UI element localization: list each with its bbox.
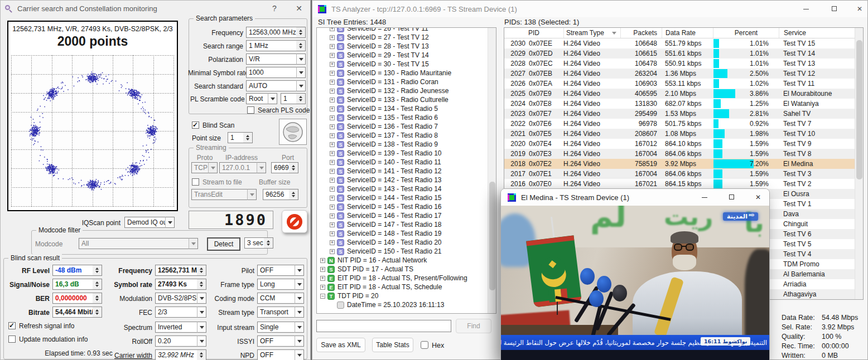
tree-item[interactable]: +SServiceID = 145 - Test Radio 16 (317, 202, 488, 211)
pid-table-header[interactable]: PID Stream Type Packets Data Rate Percen… (504, 28, 855, 38)
result-frequency-spinner[interactable] (197, 265, 206, 276)
ip-dropdown-icon[interactable] (257, 162, 266, 173)
symbol-rate-input[interactable]: 27493 Ks (155, 279, 197, 290)
npd-dropdown-icon[interactable] (295, 349, 304, 360)
buffer-size-input[interactable]: 96256 (263, 189, 290, 200)
tree-item[interactable]: +SServiceID = 150 - Test Radio 21 (317, 247, 488, 256)
maximize-button[interactable] (826, 4, 842, 14)
frequency-input[interactable]: 12563,000 MHz (246, 27, 297, 38)
point-size-spinner[interactable] (243, 132, 253, 143)
detect-interval-spinner[interactable] (264, 237, 273, 249)
table-stats-button[interactable]: Table Stats (372, 338, 413, 352)
tree-scrollbar-thumb[interactable] (489, 182, 495, 290)
tree-item[interactable]: +SServiceID = 133 - Radio Culturelle (317, 95, 488, 104)
expand-icon[interactable]: + (320, 258, 325, 263)
port-input[interactable]: 6969 (271, 162, 290, 173)
collapse-icon[interactable]: − (320, 294, 325, 299)
search-pls-checkbox[interactable] (247, 106, 254, 114)
tree-item[interactable]: +SServiceID = 148 - Test Radio 19 (317, 229, 488, 238)
expand-icon[interactable]: + (330, 160, 335, 165)
tree-item[interactable]: DateTime = 25.10.2023 16:11:13 (317, 300, 488, 309)
tree-item[interactable]: +SServiceID = 147 - Test Radio 18 (317, 220, 488, 229)
expand-icon[interactable]: + (330, 62, 335, 67)
fec-select[interactable]: 2/3 (155, 307, 197, 318)
expand-icon[interactable]: + (330, 71, 335, 76)
search-range-input[interactable]: 1 MHz (246, 40, 297, 51)
expand-icon[interactable]: + (330, 249, 335, 254)
tree-item[interactable]: +SServiceID = 138 - Test Radio 9 (317, 140, 488, 149)
table-row[interactable]: 20270x07EBH.264 Video2632041.36 Mbps2.50… (504, 69, 855, 79)
tree-item[interactable]: +SServiceID = 137 - Test Radio 8 (317, 131, 488, 140)
table-row[interactable]: 20260x07EAH.264 Video106903553.11 kbps1.… (504, 79, 855, 89)
find-input[interactable] (316, 320, 451, 332)
expand-icon[interactable]: + (330, 196, 335, 201)
table-row[interactable]: 20290x07EDH.264 Video106615551.61 kbps1.… (504, 48, 855, 59)
modulation-dropdown-icon[interactable] (197, 293, 206, 304)
column-pid[interactable]: PID (504, 28, 563, 38)
ber-spinner[interactable] (93, 293, 102, 304)
modcode-select[interactable]: All (79, 238, 189, 249)
column-packets[interactable]: Packets (620, 28, 662, 38)
table-row[interactable]: 20170x07E1H.264 Video167004864.06 kbps1.… (504, 169, 855, 179)
expand-icon[interactable]: + (330, 133, 335, 138)
expand-icon[interactable]: + (330, 240, 335, 245)
stream-to-file-checkbox[interactable] (192, 178, 199, 186)
expand-icon[interactable]: + (330, 53, 335, 58)
rolloff-dropdown-icon[interactable] (197, 335, 206, 347)
pl-scramble-value-input[interactable]: 1 (281, 93, 297, 104)
result-frequency-input[interactable]: 12562,731 MHz (155, 265, 197, 276)
tree-item[interactable]: +SServiceID = 149 - Test Radio 20 (317, 238, 488, 247)
expand-icon[interactable]: + (330, 205, 335, 210)
input-stream-select[interactable]: Single (257, 322, 295, 333)
port-spinner[interactable] (289, 162, 298, 173)
table-scrollbar[interactable] (855, 28, 863, 299)
tree-item[interactable]: +SServiceID = 29 - Test TV 14 (317, 51, 488, 60)
find-button[interactable]: Find (456, 319, 491, 333)
table-row[interactable]: 20160x07E0H.264 Video167021864.15 kbps1.… (504, 179, 855, 189)
coding-mode-select[interactable]: CCM (257, 293, 295, 304)
input-stream-dropdown-icon[interactable] (295, 322, 304, 333)
detect-interval-input[interactable]: 3 sec (244, 237, 264, 249)
proto-dropdown-icon[interactable] (208, 162, 218, 173)
update-modulation-checkbox[interactable] (8, 335, 16, 343)
fec-dropdown-icon[interactable] (197, 307, 206, 318)
video-minimize-button[interactable] (696, 192, 713, 202)
table-row[interactable]: 20240x07E8H.264 Video131830682.07 kbps1.… (504, 99, 855, 109)
table-row[interactable]: 20300x07EEH.264 Video106648551.79 kbps1.… (504, 38, 855, 48)
refresh-signal-checkbox[interactable] (8, 322, 16, 329)
ts-analyzer-titlebar[interactable]: TS Analyzer - tcp://127.0.0.1:6969 - TS … (312, 1, 867, 17)
carrier-window-titlebar[interactable]: Carrier search and Constellation monitor… (1, 1, 310, 16)
table-row[interactable]: 20220x07E6H.264 Video96978501.75 kbps0.9… (504, 119, 855, 129)
table-row[interactable]: 20190x07E3H.264 Video167004864.06 kbps1.… (504, 149, 855, 159)
column-service[interactable]: Service (779, 28, 855, 38)
tree-item[interactable]: −TTDT PID = 20 (317, 291, 488, 300)
table-row[interactable]: 20200x07E4H.264 Video167012864.10 kbps1.… (504, 139, 855, 149)
proto-select[interactable]: TCP (191, 162, 209, 173)
table-scrollbar-thumb[interactable] (856, 40, 862, 179)
tree-item[interactable]: +NNIT PID = 16 - Actual Network (317, 256, 488, 265)
expand-icon[interactable]: + (330, 98, 335, 103)
window-close-button[interactable]: ✕ (851, 4, 868, 14)
tree-item[interactable]: +SServiceID = 130 - Radio Mauritanie (317, 69, 488, 77)
video-close-button[interactable]: ✕ (750, 192, 766, 202)
signal-noise-input[interactable]: 16,3 dB (52, 279, 93, 290)
stream-type-select[interactable]: Transport (257, 307, 295, 318)
buffer-size-spinner[interactable] (289, 189, 298, 200)
expand-icon[interactable]: + (330, 28, 335, 31)
tree-item[interactable]: +SServiceID = 136 - Test Radio 7 (317, 122, 488, 131)
search-range-spinner[interactable] (296, 40, 306, 51)
table-row[interactable]: 20280x07ECH.264 Video106478550.91 kbps1.… (504, 59, 855, 69)
expand-icon[interactable]: + (330, 44, 335, 49)
pl-scramble-mode-select[interactable]: Root (246, 93, 268, 104)
expand-icon[interactable]: + (330, 222, 335, 227)
polarization-select[interactable]: V/R (246, 53, 297, 65)
column-stream-type[interactable]: Stream Type (563, 28, 620, 38)
expand-icon[interactable]: + (320, 285, 325, 290)
detect-button[interactable]: Detect (207, 237, 240, 251)
expand-icon[interactable]: + (330, 142, 335, 147)
expand-icon[interactable]: + (320, 276, 325, 281)
expand-icon[interactable]: + (330, 106, 335, 111)
constellation-globe-button[interactable] (279, 119, 307, 145)
tree-item[interactable]: +SServiceID = 139 - Test Radio 10 (317, 149, 488, 158)
carrier-width-input[interactable]: 32,992 MHz (155, 349, 197, 360)
